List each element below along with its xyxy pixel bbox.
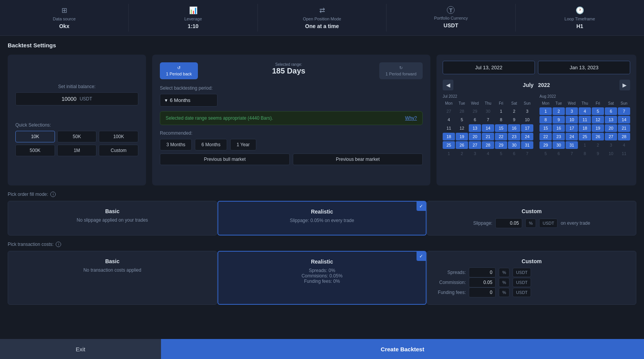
cal-day[interactable]: 10: [566, 116, 578, 124]
cal-day[interactable]: 28: [618, 133, 630, 140]
txn-basic-card[interactable]: Basic No transaction costs applied: [8, 251, 217, 305]
cal-day[interactable]: 3: [605, 141, 617, 149]
cal-day[interactable]: 23: [508, 133, 520, 140]
txn-custom-commission-input[interactable]: [469, 277, 496, 287]
cal-day[interactable]: 6: [605, 107, 617, 115]
cal-day[interactable]: 12: [456, 124, 468, 132]
cal-day[interactable]: 29: [495, 141, 507, 149]
prev-bear-market-btn[interactable]: Previous bear market: [293, 154, 423, 165]
cal-day[interactable]: 21: [618, 124, 630, 132]
cal-day[interactable]: 3: [521, 107, 533, 115]
cal-day[interactable]: 18: [443, 133, 455, 140]
cal-day[interactable]: 25: [443, 141, 455, 149]
why-link[interactable]: Why?: [405, 115, 417, 121]
cal-day[interactable]: 21: [482, 133, 494, 140]
fill-mode-basic-card[interactable]: Basic No slippage applied on your trades: [8, 201, 217, 235]
cal-day[interactable]: 1: [539, 107, 552, 115]
cal-day[interactable]: 6: [469, 116, 481, 124]
cal-day[interactable]: 5: [539, 150, 552, 157]
cal-day[interactable]: 10: [605, 150, 617, 157]
cal-day[interactable]: 19: [456, 133, 468, 140]
cal-day[interactable]: 23: [553, 133, 565, 140]
quick-btn-100k[interactable]: 100K: [99, 131, 138, 142]
cal-day[interactable]: 4: [482, 150, 494, 157]
cal-day[interactable]: 20: [605, 124, 617, 132]
cal-day[interactable]: 11: [579, 116, 591, 124]
nav-portfolio-currency[interactable]: T Portfolio Currency USDT: [387, 4, 515, 32]
cal-day[interactable]: 14: [482, 124, 494, 132]
quick-btn-50k[interactable]: 50K: [57, 131, 97, 142]
cal-day[interactable]: 7: [566, 150, 578, 157]
cal-day[interactable]: 18: [579, 124, 591, 132]
cal-day[interactable]: 30: [482, 107, 494, 115]
exit-button[interactable]: Exit: [0, 339, 161, 359]
cal-day[interactable]: 27: [443, 107, 455, 115]
cal-next-btn[interactable]: ▶: [619, 80, 630, 90]
cal-day[interactable]: 1: [579, 141, 591, 149]
cal-day[interactable]: 9: [553, 116, 565, 124]
quick-btn-custom[interactable]: Custom: [99, 145, 138, 156]
cal-day[interactable]: 11: [443, 124, 455, 132]
cal-day[interactable]: 8: [579, 150, 591, 157]
nav-open-position-mode[interactable]: ⇄ Open Position Mode One at a time: [258, 4, 387, 32]
cal-day[interactable]: 3: [469, 150, 481, 157]
cal-day[interactable]: 30: [553, 141, 565, 149]
cal-day[interactable]: 2: [456, 150, 468, 157]
cal-day[interactable]: 1: [443, 150, 455, 157]
cal-day[interactable]: 15: [539, 124, 552, 132]
quick-btn-1m[interactable]: 1M: [57, 145, 97, 156]
fill-mode-custom-card[interactable]: Custom Slippage: % USDT on every trade: [427, 201, 636, 235]
cal-day[interactable]: 14: [618, 116, 630, 124]
cal-day[interactable]: 26: [456, 141, 468, 149]
nav-data-source[interactable]: ⊞ Data source Okx: [0, 4, 129, 32]
cal-day[interactable]: 6: [553, 150, 565, 157]
cal-day[interactable]: 26: [592, 133, 604, 140]
cal-day[interactable]: 27: [605, 133, 617, 140]
cal-day[interactable]: 2: [508, 107, 520, 115]
create-backtest-button[interactable]: Create Backtest: [161, 339, 644, 359]
cal-day[interactable]: 17: [566, 124, 578, 132]
cal-day[interactable]: 10: [521, 116, 533, 124]
cal-day[interactable]: 25: [579, 133, 591, 140]
quick-btn-10k[interactable]: 10K: [15, 131, 55, 142]
cal-day[interactable]: 7: [618, 107, 630, 115]
cal-day[interactable]: 22: [539, 133, 552, 140]
cal-day[interactable]: 7: [521, 150, 533, 157]
nav-loop-timeframe[interactable]: 🕐 Loop Timeframe H1: [516, 4, 644, 32]
txn-realistic-card[interactable]: ✓ Realistic Spreads: 0% Commisions: 0.05…: [217, 251, 427, 305]
cal-day[interactable]: 30: [508, 141, 520, 149]
cal-day[interactable]: 31: [521, 141, 533, 149]
period-dropdown[interactable]: ▾ 6 Months: [160, 94, 217, 107]
cal-day[interactable]: 16: [553, 124, 565, 132]
cal-day[interactable]: 20: [469, 133, 481, 140]
nav-leverage[interactable]: 📊 Leverage 1:10: [129, 4, 257, 32]
transaction-costs-info-icon[interactable]: i: [56, 242, 61, 247]
cal-day[interactable]: 4: [579, 107, 591, 115]
cal-day[interactable]: 31: [566, 141, 578, 149]
start-date-box[interactable]: Jul 13, 2022: [443, 61, 535, 74]
txn-custom-card[interactable]: Custom Spreads: % USDT Commission: % USD…: [427, 251, 636, 305]
cal-day[interactable]: 27: [469, 141, 481, 149]
cal-day[interactable]: 24: [521, 133, 533, 140]
cal-day[interactable]: 29: [469, 107, 481, 115]
end-date-box[interactable]: Jan 13, 2023: [538, 61, 630, 74]
cal-day[interactable]: 4: [443, 116, 455, 124]
cal-day[interactable]: 13: [605, 116, 617, 124]
cal-day[interactable]: 19: [592, 124, 604, 132]
cal-day[interactable]: 17: [521, 124, 533, 132]
cal-day[interactable]: 8: [539, 116, 552, 124]
period-forward-button[interactable]: ↻ 1 Period forward: [379, 62, 423, 79]
cal-day[interactable]: 28: [482, 141, 494, 149]
cal-day[interactable]: 3: [566, 107, 578, 115]
custom-slippage-input[interactable]: [495, 218, 522, 228]
cal-day[interactable]: 5: [592, 107, 604, 115]
cal-day[interactable]: 29: [539, 141, 552, 149]
cal-day[interactable]: 11: [618, 150, 630, 157]
period-back-button[interactable]: ↺ 1 Period back: [160, 62, 198, 79]
cal-day[interactable]: 4: [618, 141, 630, 149]
txn-custom-funding-input[interactable]: [469, 287, 496, 297]
cal-day[interactable]: 24: [566, 133, 578, 140]
rec-btn-6months[interactable]: 6 Months: [195, 139, 227, 150]
cal-day[interactable]: 28: [456, 107, 468, 115]
cal-day[interactable]: 9: [592, 150, 604, 157]
